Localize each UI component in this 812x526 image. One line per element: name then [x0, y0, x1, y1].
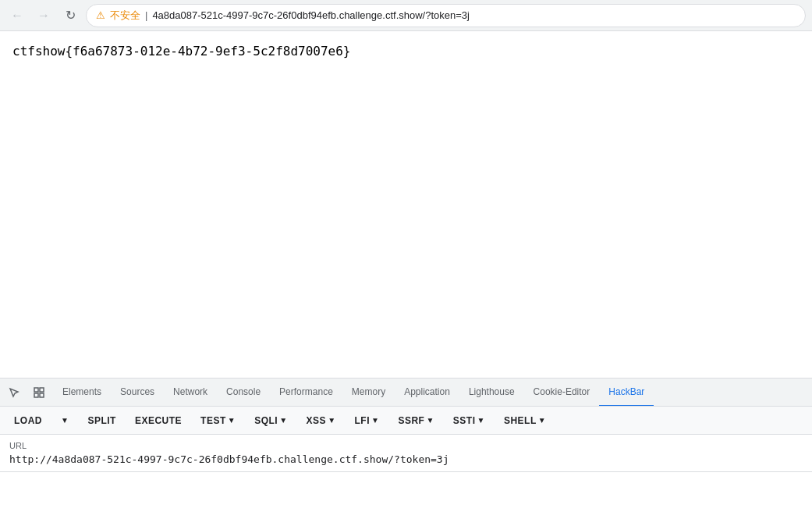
url-label: URL — [9, 441, 803, 450]
tab-application[interactable]: Application — [395, 379, 459, 407]
forward-button[interactable]: → — [33, 5, 55, 27]
hackbar-xss-button[interactable]: XSS ▼ — [299, 412, 344, 429]
browser-toolbar: ← → ↻ ⚠ 不安全 | 4a8da087-521c-4997-9c7c-26… — [0, 0, 812, 31]
hackbar-lfi-button[interactable]: LFI ▼ — [347, 412, 388, 429]
hackbar-execute-button[interactable]: EXECUTE — [127, 412, 190, 429]
tab-performance[interactable]: Performance — [270, 379, 342, 407]
svg-rect-1 — [40, 388, 44, 392]
devtools-tabs: Elements Sources Network Console Perform… — [0, 379, 812, 407]
hackbar-url-section: URL http://4a8da087-521c-4997-9c7c-26f0d… — [0, 435, 812, 471]
tab-hackbar[interactable]: HackBar — [599, 379, 654, 407]
warning-icon: ⚠ — [96, 9, 105, 21]
hackbar-shell-button[interactable]: SHELL ▼ — [496, 412, 554, 429]
hackbar-divider — [0, 471, 812, 472]
page-content: ctfshow{f6a67873-012e-4b72-9ef3-5c2f8d70… — [0, 31, 812, 378]
reload-button[interactable]: ↻ — [59, 5, 81, 27]
tab-memory[interactable]: Memory — [342, 379, 395, 407]
separator: | — [145, 9, 147, 21]
insecure-label: 不安全 — [110, 9, 140, 23]
tab-cookie-editor[interactable]: Cookie-Editor — [524, 379, 600, 407]
devtools-panel: Elements Sources Network Console Perform… — [0, 378, 812, 526]
address-bar[interactable]: ⚠ 不安全 | 4a8da087-521c-4997-9c7c-26f0dbf9… — [86, 4, 806, 27]
hackbar-split-button[interactable]: SPLIT — [80, 412, 124, 429]
tab-elements[interactable]: Elements — [53, 379, 111, 407]
hackbar-load-arrow-button[interactable]: ▼ — [53, 413, 76, 428]
tab-network[interactable]: Network — [164, 379, 217, 407]
hackbar-load-button[interactable]: LOAD — [6, 412, 50, 429]
back-button[interactable]: ← — [6, 5, 28, 27]
hackbar-sqli-button[interactable]: SQLI ▼ — [246, 412, 295, 429]
devtools-cursor-icon[interactable] — [3, 382, 25, 403]
hackbar-test-button[interactable]: TEST ▼ — [193, 412, 243, 429]
hackbar-ssti-button[interactable]: SSTI ▼ — [445, 412, 493, 429]
tab-sources[interactable]: Sources — [111, 379, 164, 407]
tab-lighthouse[interactable]: Lighthouse — [459, 379, 524, 407]
tab-console[interactable]: Console — [217, 379, 270, 407]
devtools-inspect-icon[interactable] — [28, 382, 50, 403]
flag-text: ctfshow{f6a67873-012e-4b72-9ef3-5c2f8d70… — [12, 44, 800, 59]
url-value[interactable]: http://4a8da087-521c-4997-9c7c-26f0dbf94… — [9, 453, 803, 465]
svg-rect-2 — [34, 393, 38, 397]
hackbar-toolbar: LOAD ▼ SPLIT EXECUTE TEST ▼ SQLI ▼ XSS ▼… — [0, 407, 812, 435]
svg-rect-0 — [34, 388, 38, 392]
address-url: 4a8da087-521c-4997-9c7c-26f0dbf94efb.cha… — [152, 9, 470, 21]
hackbar-ssrf-button[interactable]: SSRF ▼ — [390, 412, 441, 429]
svg-rect-3 — [40, 393, 44, 397]
